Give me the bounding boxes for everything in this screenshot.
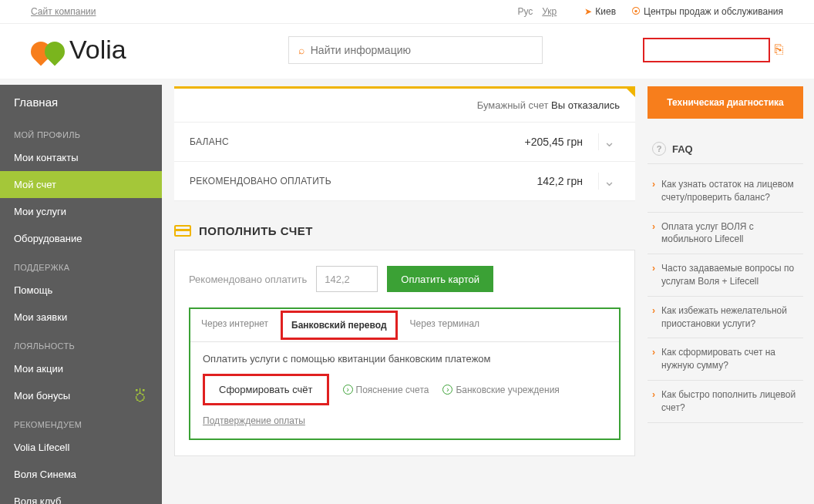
search-box[interactable]: ⌕ (288, 36, 543, 64)
location-arrow-icon: ➤ (584, 6, 592, 17)
generate-invoice-button[interactable]: Сформировать счёт (203, 374, 329, 405)
balance-label: БАЛАНС (190, 136, 229, 147)
faq-item[interactable]: ›Как узнать остаток на лицевом счету/про… (648, 170, 803, 213)
balance-row[interactable]: БАЛАНС +205,45 грн ⌄ (174, 123, 635, 162)
banks-label: Банковские учреждения (456, 385, 559, 395)
search-input[interactable] (311, 44, 533, 56)
sidebar: Главная МОЙ ПРОФИЛЬ Мои контакты Мой сче… (0, 85, 162, 504)
lang-ru[interactable]: Рус (517, 6, 533, 17)
faq-item[interactable]: ›Как избежать нежелательной приостановки… (648, 297, 803, 339)
login-box[interactable] (643, 38, 770, 62)
sidebar-item-help[interactable]: Помощь (0, 277, 162, 304)
sidebar-section-loyalty: ЛОЯЛЬНОСТЬ (0, 331, 162, 355)
chevron-right-icon: › (652, 262, 655, 288)
city-label: Киев (595, 6, 616, 17)
exit-icon[interactable]: ⎘ (775, 42, 783, 58)
faq-text: Как быстро пополнить лицевой счет? (661, 388, 799, 415)
faq-item[interactable]: ›Часто задаваемые вопросы по услугам Вол… (648, 254, 803, 297)
faq-item[interactable]: ›Как быстро пополнить лицевой счет? (648, 381, 803, 423)
sidebar-section-support: ПОДДЕРЖКА (0, 252, 162, 277)
invoice-explain-link[interactable]: › Пояснение счета (343, 385, 429, 395)
sidebar-item-account[interactable]: Мой счет (0, 171, 162, 198)
faq-text: Оплата услуг ВОЛЯ с мобильного Lifecell (661, 220, 799, 247)
sidebar-item-equipment[interactable]: Оборудование (0, 225, 162, 252)
sidebar-item-lifecell[interactable]: Volia Lifecell (0, 434, 162, 461)
company-site-link[interactable]: Сайт компании (31, 6, 96, 17)
logo-text: Volia (69, 35, 126, 65)
gift-icon: ⛣ (133, 387, 148, 405)
right-column: Техническая диагностика ? FAQ ›Как узнат… (648, 85, 814, 504)
sidebar-item-main[interactable]: Главная (0, 85, 162, 119)
banks-link[interactable]: › Банковские учреждения (442, 385, 559, 395)
sidebar-item-tickets[interactable]: Мои заявки (0, 304, 162, 331)
tab-terminal[interactable]: Через терминал (399, 309, 491, 341)
faq-text: Как сформировать счет на нужную сумму? (661, 346, 799, 372)
tab-bank-transfer[interactable]: Банковский перевод (281, 311, 398, 340)
paper-status: Вы отказались (551, 99, 620, 111)
faq-text: Часто задаваемые вопросы по услугам Воля… (661, 262, 799, 288)
chevron-down-icon[interactable]: ⌄ (598, 133, 620, 150)
faq-heading: ? FAQ (648, 134, 803, 164)
topup-title: ПОПОЛНИТЬ СЧЕТ (199, 224, 313, 237)
faq-text: Как избежать нежелательной приостановки … (661, 304, 799, 331)
recommend-row[interactable]: РЕКОМЕНДОВАНО ОПЛАТИТЬ 142,2 грн ⌄ (174, 162, 635, 201)
pay-card-button[interactable]: Оплатить картой (387, 266, 493, 292)
paper-invoice-row: Бумажный счет Вы отказались (174, 89, 635, 123)
chevron-right-icon: › (652, 346, 655, 372)
logo-mark-icon (31, 39, 66, 62)
paper-label: Бумажный счет (477, 99, 549, 111)
logo[interactable]: Volia (31, 35, 126, 65)
centers-label: Центры продаж и обслуживания (644, 6, 783, 17)
faq-item[interactable]: ›Оплата услуг ВОЛЯ с мобильного Lifecell (648, 213, 803, 255)
search-icon: ⌕ (298, 44, 304, 56)
sidebar-section-recommend: РЕКОМЕНДУЕМ (0, 409, 162, 434)
sidebar-item-bonuses[interactable]: Мои бонусы (0, 382, 133, 409)
tab-internet[interactable]: Через интернет (190, 309, 279, 341)
amount-input[interactable] (316, 266, 378, 292)
payment-confirmation-link[interactable]: Подтверждение оплаты (203, 415, 305, 426)
city-selector[interactable]: ➤ Киев (584, 6, 616, 17)
chevron-right-icon: › (652, 304, 655, 331)
chevron-right-icon: › (652, 178, 655, 204)
explain-label: Пояснение счета (356, 385, 429, 395)
diagnostics-button[interactable]: Техническая диагностика (648, 86, 803, 119)
faq-text: Как узнать остаток на лицевом счету/пров… (661, 178, 799, 204)
chevron-down-icon[interactable]: ⌄ (598, 173, 620, 190)
question-icon: ? (652, 142, 666, 156)
chevron-right-icon: › (652, 220, 655, 247)
bank-transfer-desc: Оплатить услуги с помощью квитанции банк… (203, 353, 607, 365)
sidebar-item-cinema[interactable]: Воля Синема (0, 461, 162, 488)
sidebar-item-club[interactable]: Воля клуб (0, 488, 162, 504)
balance-value: +205,45 грн (524, 136, 583, 148)
service-centers-link[interactable]: ⦿ Центры продаж и обслуживания (631, 6, 783, 17)
lang-uk[interactable]: Укр (542, 6, 557, 17)
sidebar-section-profile: МОЙ ПРОФИЛЬ (0, 119, 162, 144)
topup-recommend-label: Рекомендовано оплатить (189, 274, 307, 285)
recommend-label: РЕКОМЕНДОВАНО ОПЛАТИТЬ (190, 176, 331, 186)
arrow-circle-icon: › (442, 385, 452, 395)
arrow-circle-icon: › (343, 385, 353, 395)
main-content: Бумажный счет Вы отказались БАЛАНС +205,… (162, 85, 648, 504)
pin-icon: ⦿ (631, 6, 641, 17)
faq-title: FAQ (672, 143, 693, 155)
chevron-right-icon: › (652, 388, 655, 415)
sidebar-item-services[interactable]: Мои услуги (0, 198, 162, 225)
topup-title-row: ПОПОЛНИТЬ СЧЕТ (174, 224, 635, 237)
sidebar-item-contacts[interactable]: Мои контакты (0, 144, 162, 171)
faq-item[interactable]: ›Как сформировать счет на нужную сумму? (648, 338, 803, 381)
sidebar-item-promos[interactable]: Мои акции (0, 355, 162, 382)
recommend-value: 142,2 грн (536, 175, 583, 187)
card-icon (174, 225, 191, 237)
